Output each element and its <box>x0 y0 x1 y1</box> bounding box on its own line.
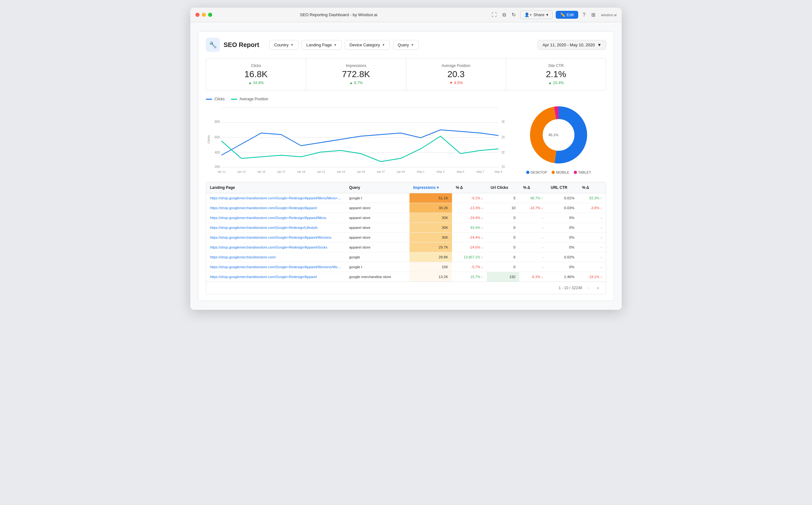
col-url-clicks-pct[interactable]: % Δ <box>519 182 547 193</box>
clicks-label: Clicks <box>213 63 299 68</box>
tablet-legend-item: TABLET <box>574 170 591 174</box>
url-clicks-cell: 5 <box>487 193 519 203</box>
impressions-label: Impressions <box>312 63 399 68</box>
url-ctr-cell: 0% <box>547 213 578 223</box>
url-ctr-pct-cell: - <box>578 233 606 242</box>
data-table-section: Landing Page Query Impressions ▾ % Δ Url… <box>206 182 606 294</box>
query-filter[interactable]: Query ▼ <box>393 40 419 50</box>
url-ctr-cell: 0.03% <box>547 203 578 213</box>
impressions-pct-cell: -5.7% ↓ <box>452 262 487 272</box>
country-filter[interactable]: Country ▼ <box>269 40 298 50</box>
donut-legend: DESKTOP MOBILE TABLET <box>526 170 591 174</box>
table-row: https://shop.googlemerchandisestore.com/… <box>206 203 606 213</box>
query-cell: apparel store <box>345 213 410 223</box>
url-clicks-pct-cell: - <box>519 223 547 233</box>
url-ctr-pct-cell: -19.1% ↓ <box>578 272 606 282</box>
mobile-dot <box>552 171 555 174</box>
col-landing-page[interactable]: Landing Page <box>206 182 345 193</box>
col-impressions-pct[interactable]: % Δ <box>452 182 487 193</box>
metric-clicks: Clicks 16.8K 34.8% <box>206 58 306 90</box>
url-clicks-pct-cell: - <box>519 242 547 252</box>
dashboard-header: 🔧 SEO Report Country ▼ Landing Page ▼ De… <box>206 38 606 52</box>
svg-text:Clicks: Clicks <box>207 135 210 144</box>
url-ctr-cell: 0.02% <box>547 252 578 262</box>
country-chevron-icon: ▼ <box>291 43 294 47</box>
query-cell: apparel store <box>345 233 410 242</box>
impressions-pct-cell: -24.6% ↓ <box>452 242 487 252</box>
line-chart-container: Clicks Average Position <box>206 97 505 176</box>
fullscreen-button[interactable]: ⛶ <box>490 11 498 19</box>
url-ctr-pct-cell: 83.3% ↑ <box>578 193 606 203</box>
avg-position-value: 20.3 <box>413 69 500 79</box>
next-page-button[interactable]: › <box>595 285 601 291</box>
query-cell: google <box>345 252 410 262</box>
url-clicks-pct-cell: -16.7% ↓ <box>519 203 547 213</box>
col-url-ctr-pct[interactable]: % Δ <box>578 182 606 193</box>
tablet-dot <box>574 171 577 174</box>
svg-text:May 1: May 1 <box>417 170 425 173</box>
query-cell: google t <box>345 193 410 203</box>
share-button[interactable]: 👤+ Share ▾ <box>520 10 552 19</box>
impressions-pct-cell: -13.3% ↓ <box>452 203 487 213</box>
svg-text:May 7: May 7 <box>476 170 484 173</box>
help-button[interactable]: ? <box>581 11 587 19</box>
col-query[interactable]: Query <box>345 182 410 193</box>
table-footer: 1 - 10 / 32248 ‹ › <box>206 282 606 294</box>
col-impressions[interactable]: Impressions ▾ <box>410 182 452 193</box>
prev-page-button[interactable]: ‹ <box>586 285 591 291</box>
desktop-dot <box>526 171 529 174</box>
svg-text:Apr 27: Apr 27 <box>376 170 385 173</box>
svg-text:15: 15 <box>502 165 505 169</box>
dashboard-title: SEO Report <box>224 41 259 48</box>
impressions-cell: 30K <box>410 223 452 233</box>
landing-page-chevron-icon: ▼ <box>334 43 337 47</box>
landing-page-cell: https://shop.googlemerchandisestore.com/… <box>206 242 345 252</box>
table-row: https://shop.googlemerchandisestore.com/… <box>206 272 606 282</box>
copy-button[interactable]: ⧉ <box>501 11 507 19</box>
svg-text:Apr 15: Apr 15 <box>257 170 265 173</box>
url-ctr-pct-cell: - <box>578 223 606 233</box>
svg-text:May 9: May 9 <box>495 170 502 173</box>
brand-logo: windsor.ai <box>601 13 617 17</box>
url-ctr-cell: 1.46% <box>547 272 578 282</box>
apps-button[interactable]: ⊞ <box>590 10 597 19</box>
edit-label: Edit <box>567 12 574 17</box>
impressions-cell: 28.8K <box>410 252 452 262</box>
svg-text:May 3: May 3 <box>437 170 444 173</box>
table-row: https://shop.googlemerchandisestore.com/… <box>206 213 606 223</box>
impressions-pct-cell: -24.4% ↓ <box>452 233 487 242</box>
url-clicks-cell: 0 <box>487 213 519 223</box>
url-clicks-pct-cell: - <box>519 233 547 242</box>
svg-text:52.2%: 52.2% <box>564 133 574 137</box>
impressions-cell: 15K <box>410 262 452 272</box>
col-url-clicks[interactable]: Url Clicks <box>487 182 519 193</box>
svg-text:Apr 19: Apr 19 <box>297 170 305 173</box>
landing-page-filter[interactable]: Landing Page ▼ <box>302 40 342 50</box>
refresh-button[interactable]: ↻ <box>510 10 517 19</box>
impressions-cell: 29.7K <box>410 242 452 252</box>
clicks-change: 34.8% <box>213 80 299 85</box>
date-range-picker[interactable]: Apr 11, 2020 - May 10, 2020 ▼ <box>538 40 606 50</box>
site-ctr-value: 2.1% <box>513 69 599 79</box>
query-cell: apparel store <box>345 223 410 233</box>
impressions-cell: 13.2K <box>410 272 452 282</box>
url-clicks-pct-cell: -6.3% ↓ <box>519 272 547 282</box>
desktop-label: DESKTOP <box>531 170 547 174</box>
impressions-cell: 51.1K <box>410 193 452 203</box>
col-url-ctr[interactable]: URL CTR <box>547 182 578 193</box>
table-row: https://shop.googlemerchandisestore.com/… <box>206 233 606 242</box>
landing-page-cell: https://shop.googlemerchandisestore.com/… <box>206 193 345 203</box>
titlebar: SEO Reporting Dashboard - by Windsor.ai … <box>190 8 622 22</box>
share-icon: 👤+ <box>524 12 532 17</box>
device-category-filter[interactable]: Device Category ▼ <box>345 40 390 50</box>
tablet-label: TABLET <box>578 170 591 174</box>
url-clicks-cell: 192 <box>487 272 519 282</box>
svg-text:Apr 13: Apr 13 <box>237 170 246 173</box>
impressions-change: 8.7% <box>312 80 399 85</box>
edit-button[interactable]: ✏️ Edit <box>556 11 578 19</box>
landing-page-filter-label: Landing Page <box>306 42 332 47</box>
svg-text:Apr 17: Apr 17 <box>277 170 285 173</box>
landing-page-cell: https://shop.googlemerchandisestore.com/… <box>206 233 345 242</box>
desktop-legend-item: DESKTOP <box>526 170 547 174</box>
landing-page-cell: https://shop.googlemerchandisestore.com/ <box>206 252 345 262</box>
